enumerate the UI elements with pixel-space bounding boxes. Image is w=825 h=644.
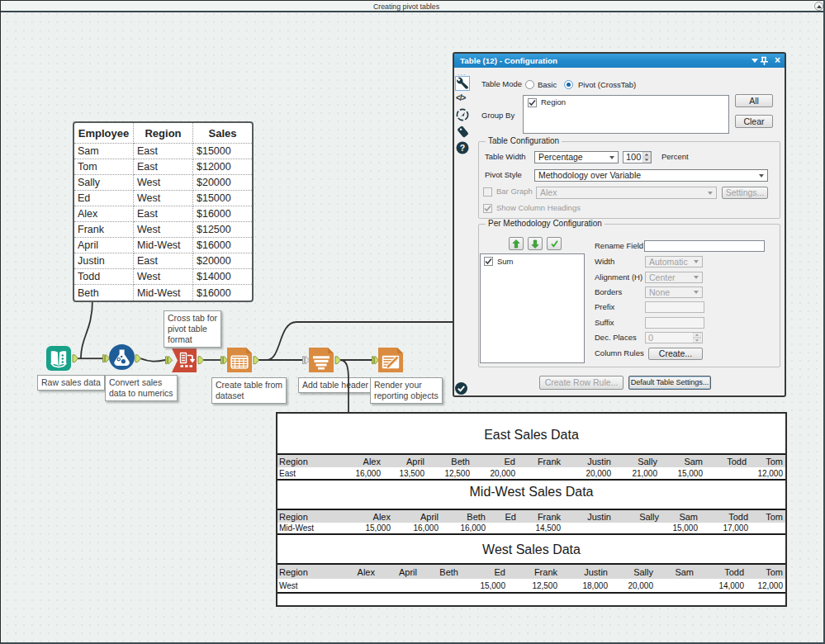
svg-text:?: ? (460, 143, 465, 153)
